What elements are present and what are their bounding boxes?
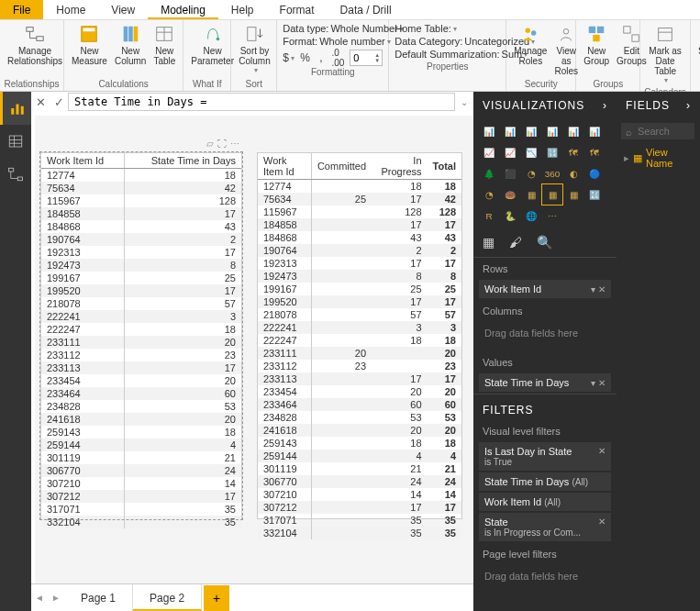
rows-field-well[interactable]: Work Item Id▾ ✕ — [479, 280, 611, 298]
add-page-button[interactable]: + — [204, 585, 229, 611]
columns-drop-zone[interactable]: Drag data fields here — [479, 322, 611, 344]
viz-type-button[interactable]: 🗺 — [584, 142, 605, 162]
viz-type-button[interactable]: 📊 — [479, 121, 499, 141]
analytics-tab-icon[interactable]: 🔍 — [537, 235, 552, 250]
viz-type-button[interactable]: 📊 — [584, 121, 605, 141]
formula-commit-button[interactable]: ✓ — [50, 93, 68, 111]
values-field-well[interactable]: State Time in Days▾ ✕ — [479, 373, 611, 392]
table-row[interactable]: 19231317 — [41, 246, 241, 259]
viz-type-button[interactable]: ◔ — [521, 163, 541, 183]
decimals-spinner[interactable]: ▲▼ — [350, 50, 383, 66]
mark-date-table-button[interactable]: Mark asDate Table▾ — [644, 22, 686, 86]
table-row[interactable]: 1995201717 — [258, 295, 461, 308]
viz-type-button[interactable]: 360 — [542, 163, 562, 183]
visual-more-icon[interactable]: ⋯ — [230, 139, 239, 149]
table-row[interactable]: 19247388 — [258, 270, 461, 283]
viz-type-button[interactable]: 🗺 — [563, 142, 583, 162]
viz-type-button[interactable]: 📈 — [500, 142, 520, 162]
fields-search-input[interactable] — [621, 123, 694, 139]
table-row[interactable]: 22224133 — [258, 321, 461, 334]
table-row[interactable]: 25914444 — [258, 450, 461, 462]
table-visual-1[interactable]: ▱⛶⋯ Work Item IdState Time in Days127741… — [40, 152, 242, 519]
table-row[interactable]: 3011192121 — [258, 462, 461, 475]
manage-roles-button[interactable]: ManageRoles — [510, 22, 550, 78]
page-tab[interactable]: Page 2 — [133, 584, 202, 612]
table-row[interactable]: 19076422 — [258, 244, 461, 257]
table-row[interactable]: 30677024 — [41, 464, 241, 477]
tab-datadrill[interactable]: Data / Drill — [328, 0, 405, 19]
currency-icon[interactable]: $▾ — [283, 50, 294, 66]
manage-relationships-button[interactable]: ManageRelationships — [4, 22, 66, 78]
table-row[interactable]: 2348285353 — [258, 411, 461, 424]
viz-type-button[interactable]: R — [479, 206, 499, 226]
table-row[interactable]: 115967128 — [41, 194, 241, 207]
collapse-viz-panel-icon[interactable]: › — [603, 99, 607, 112]
table-row[interactable]: 1848684343 — [258, 231, 461, 244]
table-row[interactable]: 23311120 — [41, 336, 241, 349]
filter-card[interactable]: Work Item Id (All) — [479, 493, 611, 511]
table-row[interactable]: 19952017 — [41, 284, 241, 297]
viz-type-button[interactable]: ⋯ — [542, 206, 562, 226]
table-row[interactable]: 2334646060 — [258, 398, 461, 411]
new-group-button[interactable]: NewGroup — [580, 22, 613, 78]
new-parameter-button[interactable]: NewParameter — [187, 22, 238, 78]
viz-type-button[interactable]: 📉 — [521, 142, 541, 162]
visual-focus-icon[interactable]: ⛶ — [217, 139, 227, 149]
synonyms-button[interactable]: Synonym — [694, 22, 700, 91]
default-summarization-dropdown[interactable]: Default Summarization:Sum▾ — [394, 48, 500, 61]
table-row[interactable]: 18486843 — [41, 220, 241, 233]
tab-modeling[interactable]: Modeling — [148, 0, 218, 19]
data-category-dropdown[interactable]: Data Category:Uncategorized▾ — [394, 35, 500, 48]
table-row[interactable]: 2331131717 — [258, 372, 461, 385]
collapse-fields-panel-icon[interactable]: › — [686, 99, 691, 112]
fields-tab-icon[interactable]: ▦ — [483, 235, 494, 250]
table-row[interactable]: 23482853 — [41, 400, 241, 413]
viz-type-button[interactable]: 📊 — [521, 121, 541, 141]
formula-expand-button[interactable]: ⌄ — [455, 93, 473, 111]
tab-format[interactable]: Format — [267, 0, 328, 19]
viz-type-button[interactable]: 🐍 — [500, 206, 520, 226]
viz-type-button[interactable]: 📊 — [563, 121, 583, 141]
tab-file[interactable]: File — [0, 0, 43, 19]
table-row[interactable]: 75634251742 — [258, 193, 461, 206]
table-row[interactable]: 2222413 — [41, 310, 241, 323]
table-row[interactable]: 18485817 — [41, 207, 241, 220]
viz-type-button[interactable]: 🔣 — [584, 184, 605, 205]
table-row[interactable]: 2180785757 — [258, 308, 461, 321]
remove-filter-icon[interactable]: ✕ — [598, 517, 606, 527]
table-row[interactable]: 7563442 — [41, 182, 241, 194]
remove-row-field-icon[interactable]: ▾ ✕ — [591, 284, 606, 294]
viz-type-button[interactable]: 🌲 — [479, 163, 499, 183]
formula-input[interactable] — [68, 93, 455, 111]
home-table-dropdown[interactable]: Home Table:▾ — [394, 22, 500, 35]
table-row[interactable]: 2334542020 — [258, 385, 461, 398]
table-row[interactable]: 19916725 — [41, 272, 241, 284]
data-view-button[interactable] — [0, 125, 31, 158]
table-row[interactable]: 30721014 — [41, 477, 241, 490]
format-tab-icon[interactable]: 🖌 — [509, 235, 522, 250]
table-row[interactable]: 2222471818 — [258, 334, 461, 347]
table-row[interactable]: 3072101414 — [258, 488, 461, 501]
table-row[interactable]: 1923131717 — [258, 257, 461, 270]
table-row[interactable]: 1991672525 — [258, 283, 461, 295]
report-view-button[interactable] — [0, 92, 31, 125]
percent-icon[interactable]: % — [300, 50, 310, 66]
remove-filter-icon[interactable]: ✕ — [598, 446, 606, 456]
page-next-button[interactable]: ► — [48, 593, 64, 603]
table-row[interactable]: 30111921 — [41, 451, 241, 464]
viz-type-button[interactable]: 🔢 — [542, 142, 562, 162]
table-row[interactable]: 33210435 — [41, 516, 241, 528]
table-row[interactable]: 2591431818 — [258, 437, 461, 450]
viz-type-button[interactable]: 🍩 — [500, 184, 520, 205]
table-row[interactable]: 1848581717 — [258, 218, 461, 231]
viz-type-button[interactable]: ▦ — [563, 184, 583, 205]
tab-help[interactable]: Help — [218, 0, 267, 19]
table-row[interactable]: 3067702424 — [258, 475, 461, 488]
field-item-view-name[interactable]: ▸▦View Name — [617, 143, 700, 172]
table-row[interactable]: 3170713535 — [258, 514, 461, 527]
viz-type-button[interactable]: ▦ — [542, 184, 562, 205]
table-row[interactable]: 23311223 — [41, 349, 241, 361]
sort-by-column-button[interactable]: Sort byColumn▾ — [235, 22, 273, 78]
viz-type-button[interactable]: 🔵 — [584, 163, 605, 183]
new-measure-button[interactable]: NewMeasure — [68, 22, 111, 78]
